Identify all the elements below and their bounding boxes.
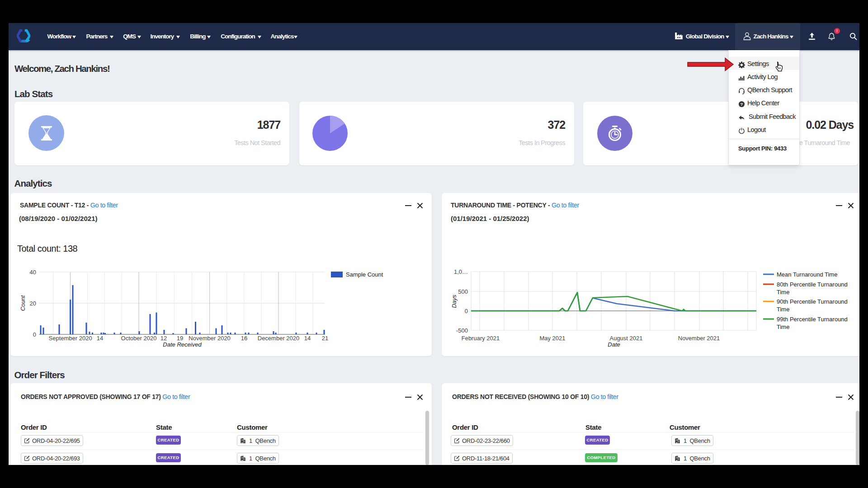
svg-text:14: 14: [97, 335, 103, 342]
svg-text:Count: Count: [19, 295, 26, 311]
svg-text:0: 0: [465, 308, 468, 314]
svg-text:20: 20: [30, 300, 36, 307]
svg-text:16: 16: [241, 335, 247, 342]
svg-text:May 2021: May 2021: [539, 335, 565, 342]
svg-text:Date Received: Date Received: [163, 341, 202, 348]
svg-text:November 2021: November 2021: [678, 335, 720, 342]
svg-text:99th Percentile Turnaround: 99th Percentile Turnaround: [777, 316, 848, 323]
svg-text:Time: Time: [777, 289, 789, 296]
svg-text:-500: -500: [456, 327, 468, 334]
svg-text:Date: Date: [608, 341, 620, 348]
svg-text:November 2020: November 2020: [189, 335, 231, 342]
svg-text:14: 14: [304, 335, 311, 342]
svg-text:90th Percentile Turnaround: 90th Percentile Turnaround: [777, 298, 848, 305]
svg-text:1,0…: 1,0…: [454, 268, 468, 275]
svg-text:Mean Turnaround Time: Mean Turnaround Time: [777, 271, 837, 278]
svg-text:?: ?: [740, 102, 743, 107]
svg-text:February 2021: February 2021: [462, 335, 500, 342]
svg-text:December 2020: December 2020: [258, 335, 300, 342]
svg-text:21: 21: [322, 335, 328, 342]
svg-text:80th Percentile Turnaround: 80th Percentile Turnaround: [777, 281, 848, 288]
svg-text:September 2020: September 2020: [49, 335, 92, 342]
svg-text:Days: Days: [451, 295, 458, 308]
svg-text:40: 40: [30, 269, 36, 276]
svg-text:0: 0: [33, 331, 36, 338]
svg-text:Time: Time: [777, 324, 789, 330]
svg-text:19: 19: [177, 335, 183, 342]
svg-text:October 2020: October 2020: [121, 335, 157, 342]
svg-text:Time: Time: [777, 306, 789, 313]
svg-text:Sample Count: Sample Count: [346, 271, 383, 278]
svg-text:500: 500: [458, 288, 468, 295]
svg-text:12: 12: [160, 335, 167, 342]
svg-text:August 2021: August 2021: [609, 335, 642, 342]
